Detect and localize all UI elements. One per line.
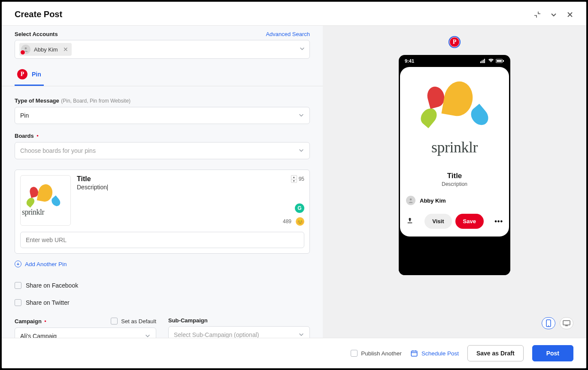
title-char-count: 95 <box>299 176 304 182</box>
schedule-post-button[interactable]: Schedule Post <box>410 349 459 357</box>
share-facebook-label: Share on Facebook <box>26 282 78 289</box>
remove-account-icon[interactable]: ✕ <box>63 46 68 53</box>
mobile-preview-button[interactable] <box>542 317 555 329</box>
pin-card: sprinklr Title Description ▲▼ 95 G <box>15 170 310 254</box>
type-of-message-label: Type of Message <box>15 97 59 104</box>
desc-char-count: 489 <box>283 218 291 224</box>
avatar-icon <box>406 196 415 205</box>
tab-label: Pin <box>32 71 41 78</box>
web-url-input[interactable] <box>20 232 304 248</box>
close-icon[interactable] <box>567 11 573 18</box>
sub-campaign-select[interactable]: Select Sub-Campaign (optional) <box>168 326 310 338</box>
save-draft-button[interactable]: Save as Draft <box>467 345 524 361</box>
preview-description: Description <box>407 181 502 187</box>
type-of-message-hint: (Pin, Board, Pin from Website) <box>61 98 130 104</box>
more-icon: ••• <box>494 218 503 225</box>
add-another-pin-button[interactable]: + Add Another Pin <box>2 254 323 271</box>
share-icon <box>406 217 414 226</box>
account-chip-name: Abby Kim <box>34 46 58 53</box>
status-time: 9:41 <box>405 58 414 64</box>
desktop-preview-button[interactable] <box>560 317 573 329</box>
schedule-post-label: Schedule Post <box>421 350 459 357</box>
campaign-select[interactable]: Ali's Campaig <box>15 328 156 338</box>
share-twitter-checkbox[interactable] <box>15 299 21 306</box>
accounts-label: Select Accounts <box>15 31 58 37</box>
publish-another-checkbox[interactable] <box>351 350 358 357</box>
accounts-select[interactable]: Abby Kim ✕ <box>15 40 310 59</box>
share-facebook-checkbox[interactable] <box>15 282 21 289</box>
svg-point-0 <box>25 47 27 49</box>
chevron-down-icon[interactable] <box>550 11 557 18</box>
required-indicator: • <box>44 318 46 325</box>
svg-rect-2 <box>482 61 482 63</box>
pinterest-platform-icon[interactable]: P <box>449 36 461 48</box>
set-default-label: Set as Default <box>121 318 156 325</box>
add-pin-label: Add Another Pin <box>25 261 67 267</box>
tab-pin[interactable]: P Pin <box>15 66 44 86</box>
chevron-down-icon <box>298 147 304 155</box>
account-chip: Abby Kim ✕ <box>19 43 72 56</box>
svg-rect-13 <box>411 351 417 356</box>
svg-rect-6 <box>497 60 502 62</box>
required-indicator: • <box>36 133 39 139</box>
share-twitter-label: Share on Twitter <box>26 299 70 306</box>
boards-label: Boards <box>15 133 34 139</box>
sub-campaign-placeholder: Select Sub-Campaign (optional) <box>174 331 259 338</box>
publish-another-label: Publish Another <box>361 350 402 357</box>
chevron-down-icon <box>145 333 151 338</box>
sub-campaign-label: Sub-Campaign <box>168 317 208 324</box>
emoji-picker-icon[interactable]: 😊 <box>296 217 304 226</box>
post-button[interactable]: Post <box>532 345 573 361</box>
status-indicators <box>480 59 504 63</box>
preview-visit-button: Visit <box>424 214 452 229</box>
avatar-icon <box>21 45 30 54</box>
collapse-icon[interactable] <box>534 11 541 18</box>
type-of-message-select[interactable]: Pin <box>15 107 310 124</box>
preview-author: Abby Kim <box>420 197 446 204</box>
pin-description-input[interactable]: Description <box>77 184 304 191</box>
svg-point-8 <box>410 198 412 200</box>
svg-rect-3 <box>483 60 484 63</box>
campaign-label: Campaign <box>15 318 42 325</box>
preview-save-button: Save <box>455 214 484 229</box>
boards-select[interactable]: Choose boards for your pins <box>15 142 310 159</box>
pin-title-input[interactable]: Title <box>77 175 304 183</box>
chevron-down-icon <box>298 112 304 119</box>
preview-title: Title <box>407 172 502 180</box>
plus-circle-icon: + <box>15 261 21 267</box>
phone-preview: 9:41 sprinklr <box>399 55 510 275</box>
chevron-down-icon <box>299 45 305 53</box>
svg-rect-1 <box>480 61 481 63</box>
type-of-message-value: Pin <box>20 112 29 119</box>
chevron-down-icon <box>298 331 304 338</box>
title-count-stepper[interactable]: ▲▼ <box>291 175 297 183</box>
preview-brand-text: sprinklr <box>429 138 480 156</box>
grammarly-icon[interactable]: G <box>295 203 304 213</box>
brand-text: sprinklr <box>22 208 69 217</box>
svg-rect-11 <box>563 321 570 325</box>
svg-rect-4 <box>484 59 485 63</box>
campaign-value: Ali's Campaig <box>20 333 57 338</box>
boards-placeholder: Choose boards for your pins <box>20 147 96 154</box>
advanced-search-link[interactable]: Advanced Search <box>266 31 310 37</box>
pin-thumbnail[interactable]: sprinklr <box>20 175 71 226</box>
svg-rect-7 <box>503 60 504 62</box>
set-default-checkbox[interactable] <box>111 318 118 325</box>
page-title: Create Post <box>15 9 62 19</box>
pinterest-icon: P <box>17 69 27 79</box>
